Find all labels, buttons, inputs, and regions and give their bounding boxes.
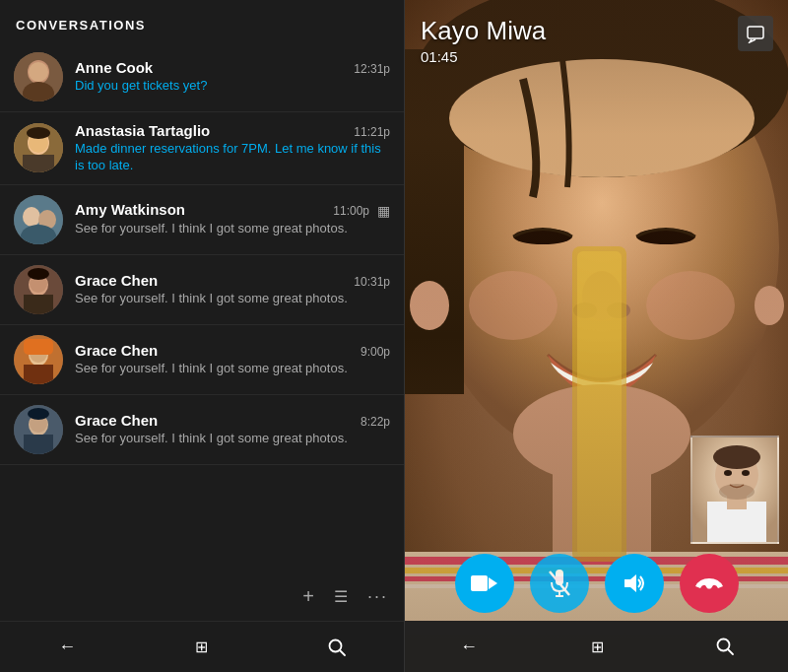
conv-content-grace-3: Grace Chen 8:22p See for yourself. I thi… bbox=[75, 412, 390, 447]
end-call-icon bbox=[694, 574, 724, 592]
left-nav-search[interactable] bbox=[312, 623, 361, 672]
conv-top-anastasia: Anastasia Tartaglio 11:21p bbox=[75, 122, 390, 139]
svg-point-59 bbox=[742, 470, 750, 476]
right-search-icon bbox=[715, 637, 735, 656]
call-video: Kayo Miwa 01:45 bbox=[405, 0, 788, 672]
left-panel: CONVERSATIONS Anne Cook 12:31p Did you g… bbox=[0, 0, 404, 672]
avatar-grace-1 bbox=[14, 265, 63, 314]
mute-icon bbox=[548, 570, 571, 597]
left-nav-home[interactable]: ⊞ bbox=[177, 623, 227, 672]
conv-time-grace-2: 9:00p bbox=[361, 345, 390, 359]
svg-rect-63 bbox=[471, 575, 488, 591]
svg-point-8 bbox=[27, 127, 50, 139]
svg-point-10 bbox=[23, 207, 40, 227]
avatar-grace-2 bbox=[14, 335, 63, 384]
svg-rect-6 bbox=[23, 155, 54, 172]
conv-name-anne: Anne Cook bbox=[75, 59, 153, 76]
conv-content-grace-2: Grace Chen 9:00p See for yourself. I thi… bbox=[75, 342, 390, 377]
conv-message-grace-3: See for yourself. I think I got some gre… bbox=[75, 431, 390, 447]
conv-message-anne: Did you get tickets yet? bbox=[75, 78, 390, 95]
svg-rect-25 bbox=[24, 435, 53, 454]
svg-point-62 bbox=[719, 484, 755, 500]
avatar-grace-3 bbox=[14, 405, 63, 454]
svg-rect-20 bbox=[24, 365, 53, 384]
avatar-anastasia bbox=[14, 123, 63, 172]
conversation-item-grace-2[interactable]: Grace Chen 9:00p See for yourself. I thi… bbox=[0, 325, 404, 395]
svg-point-27 bbox=[28, 408, 49, 420]
video-toggle-button[interactable] bbox=[455, 554, 514, 613]
conv-top-grace-3: Grace Chen 8:22p bbox=[75, 412, 390, 429]
call-duration: 01:45 bbox=[421, 48, 546, 65]
svg-marker-64 bbox=[489, 577, 497, 589]
conv-time-amy-row: 11:00p ▦ bbox=[325, 203, 390, 219]
chat-icon bbox=[746, 24, 765, 43]
conv-content-anastasia: Anastasia Tartaglio 11:21p Made dinner r… bbox=[75, 122, 390, 174]
conversations-header: CONVERSATIONS bbox=[0, 0, 404, 42]
call-info: Kayo Miwa 01:45 bbox=[421, 16, 546, 65]
svg-line-71 bbox=[728, 649, 733, 654]
conversation-list: Anne Cook 12:31p Did you get tickets yet… bbox=[0, 42, 404, 571]
svg-rect-22 bbox=[24, 339, 53, 355]
conversation-item-anastasia[interactable]: Anastasia Tartaglio 11:21p Made dinner r… bbox=[0, 112, 404, 185]
chat-icon-button[interactable] bbox=[738, 16, 773, 51]
conv-message-grace-2: See for yourself. I think I got some gre… bbox=[75, 361, 390, 377]
conv-top-anne: Anne Cook 12:31p bbox=[75, 59, 390, 76]
image-icon-amy: ▦ bbox=[377, 203, 390, 219]
svg-marker-69 bbox=[624, 574, 636, 592]
conv-time-amy: 11:00p bbox=[333, 204, 369, 218]
call-header: Kayo Miwa 01:45 bbox=[405, 0, 788, 75]
right-panel: Kayo Miwa 01:45 bbox=[405, 0, 788, 672]
conv-top-grace-1: Grace Chen 10:31p bbox=[75, 272, 390, 289]
left-nav-back[interactable]: ← bbox=[42, 623, 92, 672]
conv-name-grace-1: Grace Chen bbox=[75, 272, 158, 289]
conversation-item-amy[interactable]: Amy Watkinson 11:00p ▦ See for yourself.… bbox=[0, 185, 404, 255]
svg-point-3 bbox=[29, 62, 48, 82]
left-toolbar: + ☰ ··· bbox=[0, 571, 404, 621]
caller-name: Kayo Miwa bbox=[421, 16, 546, 46]
speaker-icon bbox=[621, 570, 648, 597]
svg-line-29 bbox=[340, 650, 345, 655]
right-nav-home[interactable]: ⊞ bbox=[572, 622, 622, 671]
conv-name-anastasia: Anastasia Tartaglio bbox=[75, 122, 210, 139]
svg-point-17 bbox=[28, 268, 49, 280]
svg-rect-53 bbox=[748, 27, 763, 38]
right-nav-back[interactable]: ← bbox=[444, 622, 493, 671]
conversation-item-grace-1[interactable]: Grace Chen 10:31p See for yourself. I th… bbox=[0, 255, 404, 325]
conv-content-anne: Anne Cook 12:31p Did you get tickets yet… bbox=[75, 59, 390, 95]
speaker-button[interactable] bbox=[605, 554, 664, 613]
avatar-anne-cook bbox=[14, 52, 63, 101]
conv-content-grace-1: Grace Chen 10:31p See for yourself. I th… bbox=[75, 272, 390, 307]
conv-message-anastasia: Made dinner reservations for 7PM. Let me… bbox=[75, 141, 390, 174]
avatar-amy bbox=[14, 195, 63, 244]
conv-name-grace-3: Grace Chen bbox=[75, 412, 158, 429]
conv-message-grace-1: See for yourself. I think I got some gre… bbox=[75, 291, 390, 307]
right-nav-search[interactable] bbox=[700, 622, 750, 671]
conv-name-grace-2: Grace Chen bbox=[75, 342, 158, 359]
conv-time-anne: 12:31p bbox=[354, 62, 390, 76]
conversation-item-anne-cook[interactable]: Anne Cook 12:31p Did you get tickets yet… bbox=[0, 42, 404, 112]
conv-time-grace-3: 8:22p bbox=[361, 415, 390, 429]
conv-name-amy: Amy Watkinson bbox=[75, 201, 185, 218]
svg-rect-15 bbox=[24, 295, 53, 314]
right-nav-bar: ← ⊞ bbox=[405, 621, 788, 672]
svg-point-57 bbox=[713, 445, 760, 469]
video-icon bbox=[471, 573, 498, 593]
more-button[interactable]: ··· bbox=[367, 586, 388, 607]
conv-time-grace-1: 10:31p bbox=[354, 275, 390, 289]
conversation-item-grace-3[interactable]: Grace Chen 8:22p See for yourself. I thi… bbox=[0, 395, 404, 465]
self-view-svg bbox=[692, 437, 779, 544]
self-view bbox=[690, 436, 779, 544]
conv-top-grace-2: Grace Chen 9:00p bbox=[75, 342, 390, 359]
conv-content-amy: Amy Watkinson 11:00p ▦ See for yourself.… bbox=[75, 201, 390, 237]
add-button[interactable]: + bbox=[302, 585, 314, 608]
conv-top-amy: Amy Watkinson 11:00p ▦ bbox=[75, 201, 390, 219]
conv-message-amy: See for yourself. I think I got some gre… bbox=[75, 221, 390, 237]
svg-point-58 bbox=[724, 470, 732, 476]
end-call-button[interactable] bbox=[680, 554, 739, 613]
mute-button[interactable] bbox=[530, 554, 589, 613]
call-controls bbox=[405, 554, 788, 613]
conv-time-anastasia: 11:21p bbox=[354, 125, 390, 139]
list-button[interactable]: ☰ bbox=[334, 587, 348, 606]
header-title: CONVERSATIONS bbox=[16, 18, 146, 33]
left-nav-bar: ← ⊞ bbox=[0, 621, 404, 672]
